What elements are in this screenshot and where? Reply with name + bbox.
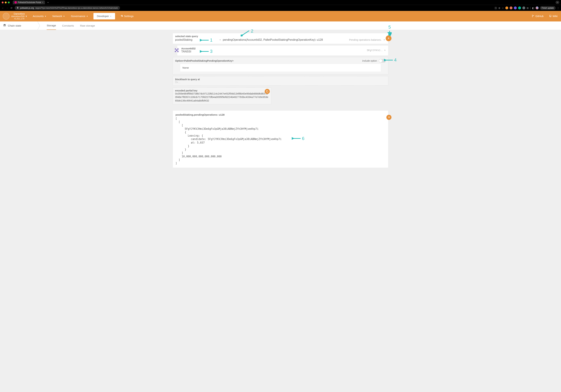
- identicon-icon: [174, 48, 179, 53]
- extension-icon[interactable]: [522, 6, 525, 9]
- toolbar-right: ⚿ ⊕ ☆ ⊞ | ◧ Finish update ⋮: [495, 6, 559, 10]
- include-option-label: include option: [362, 59, 377, 62]
- chain-name: Dancebox: [11, 12, 27, 15]
- tab-storage[interactable]: Storage: [47, 22, 56, 30]
- tab-constants[interactable]: Constants: [62, 22, 74, 30]
- copy-button[interactable]: [265, 89, 270, 94]
- extension-icon[interactable]: [518, 6, 521, 9]
- encoded-key-value: 0x359e684ff9b0738b7dc97123fd114c2447e452…: [175, 92, 269, 102]
- state-query-card: selected state query pooledStaking ▼ pen…: [173, 33, 388, 44]
- result-title: pooledStaking.pendingOperations: u128: [175, 113, 386, 116]
- account-type-label: AccountId32: [181, 47, 365, 50]
- browser-tab[interactable]: Polkadot/Substrate Portal ×: [13, 0, 45, 4]
- method-docs: Pending operations balances.: [349, 38, 382, 41]
- chevron-down-icon: ▼: [219, 39, 221, 41]
- url-path: /apps/?rpc=wss%3A%2F%2Ffraa-dancebox-rpc…: [35, 7, 118, 9]
- extension-icon[interactable]: [510, 6, 512, 9]
- tab-title: Polkadot/Substrate Portal: [18, 1, 41, 4]
- option-type-label: Option<PalletPooledStakingPendingOperati…: [175, 59, 234, 62]
- window-controls: [2, 1, 10, 3]
- chain-info: Dancebox dancebox/500 ▼ #1,511,170: [11, 12, 27, 20]
- breadcrumb-chevron-icon: [37, 22, 41, 30]
- menu-icon[interactable]: ⋮: [557, 7, 559, 9]
- database-icon: [3, 24, 6, 28]
- lock-icon: [17, 7, 19, 9]
- include-option-toggle[interactable]: [379, 59, 386, 63]
- chevron-down-icon: ▼: [383, 39, 385, 41]
- method-name: pendingOperations(AccountId32, PalletPoo…: [223, 38, 323, 41]
- nav-github[interactable]: GitHub: [531, 14, 544, 19]
- page-title: Chain state: [3, 24, 21, 28]
- nav-settings[interactable]: Settings: [120, 14, 134, 19]
- back-icon[interactable]: ←: [2, 7, 4, 9]
- address-bar[interactable]: polkadot.js.org /apps/?rpc=wss%3A%2F%2Ff…: [15, 6, 120, 10]
- side-panel-icon[interactable]: ◧: [532, 7, 534, 9]
- pallet-select[interactable]: pooledStaking ▼: [175, 38, 221, 41]
- minimize-window-icon[interactable]: [5, 1, 7, 3]
- branch-icon: [532, 15, 534, 18]
- account-address-short[interactable]: 5FgYJYKVJ… ▼: [367, 49, 386, 52]
- reload-icon[interactable]: ⟳: [11, 7, 13, 9]
- option-value: None: [180, 64, 381, 72]
- svg-point-0: [532, 15, 533, 15]
- sub-nav: Chain state Storage Constants Raw storag…: [0, 22, 561, 30]
- nav-wiki[interactable]: Wiki: [548, 14, 558, 19]
- submit-query-button[interactable]: +: [386, 35, 391, 41]
- nav-accounts[interactable]: Accounts▼: [32, 14, 47, 19]
- chain-logo-icon: [3, 13, 10, 20]
- account-name[interactable]: TANSSI: [181, 50, 191, 53]
- svg-point-1: [532, 17, 533, 17]
- favicon-icon: [14, 1, 17, 4]
- new-tab-button[interactable]: +: [47, 1, 49, 4]
- tab-close-icon[interactable]: ×: [42, 1, 43, 4]
- method-select[interactable]: pendingOperations(AccountId32, PalletPoo…: [223, 38, 385, 41]
- extension-icon[interactable]: [505, 6, 508, 9]
- browser-chrome: Polkadot/Substrate Portal × + ▾ ← → ⟳ po…: [0, 0, 561, 11]
- forward-icon: →: [6, 7, 9, 9]
- encoded-key-label: encoded partial key: [175, 89, 269, 92]
- address-bar-row: ← → ⟳ polkadot.js.org /apps/?rpc=wss%3A%…: [0, 5, 561, 11]
- book-icon: [549, 15, 552, 18]
- nav-governance[interactable]: Governance▼: [70, 14, 89, 19]
- chain-block: #1,511,170: [11, 18, 27, 20]
- maximize-window-icon[interactable]: [8, 1, 10, 3]
- account-param-card: AccountId32 TANSSI 5FgYJYKVJ… ▼: [177, 45, 388, 56]
- page-content: 5 selected state query pooledStaking ▼ p…: [169, 30, 392, 176]
- encoded-key-box: encoded partial key 0x359e684ff9b0738b7d…: [173, 87, 271, 104]
- nav-network[interactable]: Network▼: [52, 14, 65, 19]
- zoom-icon[interactable]: ⊕: [498, 7, 500, 9]
- query-result-card: pooledStaking.pendingOperations: u128 [ …: [173, 110, 388, 168]
- result-body: [ [ [ 5FgYJYKVJHmi3De6gFo3pGMja38iABNmjZ…: [175, 117, 386, 165]
- url-host: polkadot.js.org: [20, 7, 34, 9]
- star-icon[interactable]: ☆: [502, 7, 504, 9]
- blockhash-box: blockhash to query at: [173, 76, 388, 86]
- tab-raw-storage[interactable]: Raw storage: [80, 22, 95, 30]
- nav-developer[interactable]: Developer▼: [93, 13, 115, 19]
- extension-icon[interactable]: [514, 6, 517, 9]
- chain-sub: dancebox/500: [11, 15, 25, 18]
- annotation-label: 4: [394, 57, 397, 63]
- blockhash-label: blockhash to query at: [175, 78, 386, 81]
- nav-right: GitHub Wiki: [531, 14, 558, 19]
- chevron-down-icon: ▼: [384, 49, 386, 51]
- profile-avatar-icon[interactable]: [536, 6, 539, 9]
- app-top-nav: Dancebox dancebox/500 ▼ #1,511,170 Accou…: [0, 11, 561, 22]
- gear-icon: [120, 15, 123, 18]
- blockhash-input[interactable]: [175, 81, 386, 84]
- key-icon[interactable]: ⚿: [495, 7, 497, 9]
- copy-icon: [266, 90, 269, 93]
- window-menu-icon[interactable]: ▾: [556, 1, 559, 4]
- close-window-icon[interactable]: [2, 1, 4, 3]
- pallet-name: pooledStaking: [175, 38, 192, 41]
- extensions-icon[interactable]: ⊞: [527, 7, 529, 9]
- state-query-label: selected state query: [175, 35, 385, 38]
- title-bar: Polkadot/Substrate Portal × + ▾: [0, 0, 561, 5]
- finish-update-button[interactable]: Finish update: [540, 6, 556, 10]
- option-param-box: Option<PalletPooledStakingPendingOperati…: [173, 57, 388, 74]
- chain-selector[interactable]: Dancebox dancebox/500 ▼ #1,511,170: [3, 12, 27, 20]
- close-result-button[interactable]: ✕: [386, 115, 391, 120]
